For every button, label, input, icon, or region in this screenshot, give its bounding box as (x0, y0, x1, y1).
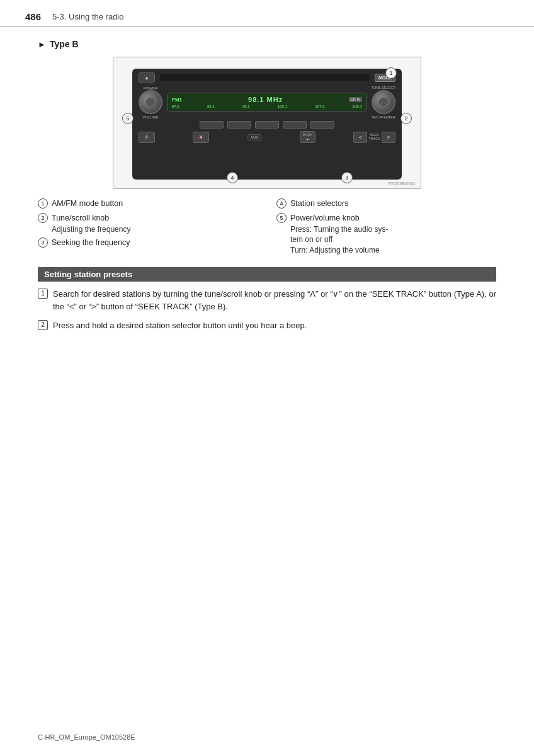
callout-2: 2 (401, 113, 412, 124)
preset-1: 87.5 (172, 105, 179, 108)
legend-item-1: 1 AM/FM mode button (38, 198, 258, 210)
legend-item-4: 4 Station selectors (276, 198, 496, 210)
callout-5: 5 (122, 113, 134, 124)
content-area: ► Type B MODE POWER (0, 26, 534, 357)
step-num-1: 1 (38, 289, 48, 299)
page-number: 486 (25, 11, 41, 22)
step-text-1: Search for desired stations by turning t… (53, 288, 496, 313)
legend-sub-2: Adjusting the frequency (52, 224, 130, 235)
page-header: 486 5-3. Using the radio (0, 0, 534, 26)
step-num-2: 2 (38, 320, 48, 330)
type-b-header: ► Type B (38, 39, 496, 49)
page-footer: C-HR_OM_Europe_OM10528E (38, 733, 135, 741)
legend-item-5: 5 Power/volume knob Press: Turning the a… (276, 212, 496, 256)
step-2: 2 Press and hold a desired station selec… (38, 319, 496, 332)
radio-middle-row: POWER VOLUME FM1 98.1 MHz CD IN (139, 85, 395, 119)
radio-face: MODE POWER VOLUME FM1 98.1 MHz (132, 69, 402, 180)
push-icon: ⋅●⋅ (305, 137, 310, 141)
push-button: PUSH ⋅●⋅ (300, 131, 315, 143)
steps-list: 1 Search for desired stations by turning… (38, 288, 496, 332)
legend-num-1: 1 (38, 198, 48, 209)
legend-sub-5b: Turn: Adjusting the volume (290, 245, 388, 256)
arrow-icon: ► (38, 40, 46, 49)
seek-next-button: > (382, 132, 395, 143)
legend-text-3: Seeking the frequency (52, 237, 130, 249)
cd-slot (160, 74, 370, 81)
diagram-container: MODE POWER VOLUME FM1 98.1 MHz (38, 57, 496, 189)
diagram-caption: STO53BG001 (388, 181, 416, 186)
volume-label: VOLUME (142, 115, 158, 119)
display-top: FM1 98.1 MHz CD IN (172, 96, 362, 103)
knob-inner (145, 97, 156, 107)
seek-track-label2: TRACK (368, 137, 380, 141)
legend-num-5: 5 (276, 213, 287, 223)
mute-icon: 🔇 (198, 135, 204, 140)
step-1: 1 Search for desired stations by turning… (38, 288, 496, 313)
tune-select-label: TUNE SELECT (372, 86, 395, 89)
preset-frequencies: 87.5 93.1 98.1 105.1 107.5 108.0 (172, 105, 362, 108)
preset-btn-3 (255, 121, 279, 129)
eject-button (139, 72, 155, 83)
legend: 1 AM/FM mode button 2 Tune/scroll knob A… (38, 198, 496, 258)
preset-4: 105.1 (278, 105, 287, 108)
preset-6: 108.0 (353, 105, 362, 108)
legend-text-1: AM/FM mode button (52, 198, 123, 210)
knob-inner-right (378, 97, 389, 107)
radio-bottom-row: ✆ 🔇 AUX PUSH ⋅●⋅ < SEEK TRACK (139, 131, 395, 143)
tune-knob (372, 90, 395, 114)
mute-button: 🔇 (193, 132, 209, 143)
legend-text-5: Power/volume knob (290, 212, 388, 224)
legend-sub-5a: Press: Turning the audio sys-tem on or o… (290, 224, 388, 246)
legend-num-4: 4 (276, 198, 287, 209)
preset-btn-4 (283, 121, 307, 129)
legend-num-2: 2 (38, 213, 48, 223)
fm-label: FM1 (172, 97, 182, 103)
power-knob-group: POWER VOLUME (139, 85, 162, 119)
legend-item-3: 3 Seeking the frequency (38, 237, 258, 249)
legend-num-3: 3 (38, 238, 48, 248)
legend-col-1: 1 AM/FM mode button 2 Tune/scroll knob A… (38, 198, 258, 258)
cd-in-badge: CD IN (349, 97, 361, 102)
seek-group: < SEEK TRACK > (353, 132, 395, 143)
tune-knob-group: TUNE SELECT SETUP ENTER (372, 86, 395, 119)
legend-text-4: Station selectors (290, 198, 348, 210)
frequency-display: 98.1 MHz (248, 96, 283, 103)
section-header: Setting station presets (38, 267, 496, 282)
phone-button: ✆ (139, 132, 155, 143)
preset-btn-5 (310, 121, 334, 129)
preset-5: 107.5 (315, 105, 324, 108)
legend-col-2: 4 Station selectors 5 Power/volume knob … (276, 198, 496, 258)
page-section: 5-3. Using the radio (52, 12, 123, 21)
callout-1: 1 (385, 67, 397, 79)
power-knob (139, 90, 162, 114)
radio-top-row: MODE (139, 72, 395, 83)
preset-3: 98.1 (242, 105, 250, 108)
footer-text: C-HR_OM_Europe_OM10528E (38, 733, 135, 741)
setup-enter-label: SETUP ENTER (372, 115, 395, 119)
phone-icon: ✆ (145, 135, 149, 140)
radio-diagram: MODE POWER VOLUME FM1 98.1 MHz (113, 57, 421, 189)
seek-prev-button: < (353, 132, 367, 143)
aux-label: AUX (247, 134, 261, 140)
preset-buttons-row (139, 121, 395, 129)
callout-3: 3 (341, 172, 353, 183)
legend-item-2: 2 Tune/scroll knob Adjusting the frequen… (38, 212, 258, 235)
step-text-2: Press and hold a desired station selecto… (53, 319, 496, 332)
preset-btn-2 (227, 121, 251, 129)
preset-btn-1 (200, 121, 224, 129)
preset-2: 93.1 (207, 105, 215, 108)
type-b-label: Type B (50, 39, 79, 49)
callout-4: 4 (227, 172, 238, 183)
legend-text-2: Tune/scroll knob (52, 212, 130, 224)
radio-display: FM1 98.1 MHz CD IN 87.5 93.1 98.1 105.1 … (168, 93, 366, 112)
